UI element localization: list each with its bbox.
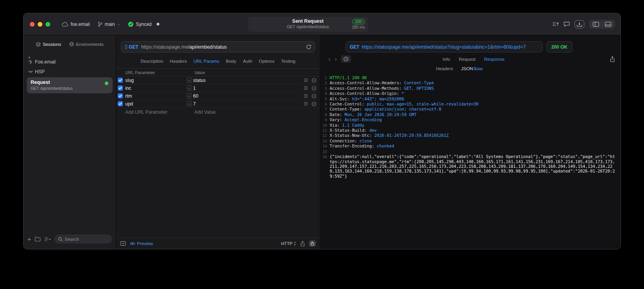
request-url[interactable]: https://statuspage.me/api/embed/status [141,44,227,50]
tree-item-hsp[interactable]: ❯ HSP [26,67,113,76]
chevron-down-icon[interactable]: ⌄ [117,22,120,26]
header-name: Via: [330,123,342,127]
method-selector[interactable]: GET [125,44,139,50]
add-request-button[interactable]: + [27,236,31,242]
project-name[interactable]: foe.email [71,22,90,27]
back-button[interactable]: ‹ [327,56,333,62]
minimize-window-button[interactable] [38,22,42,27]
remove-session-button[interactable]: – [28,60,31,63]
remove-param-icon[interactable] [312,86,316,91]
param-row-slug: slug=status [116,76,320,84]
header-value: close [359,138,372,143]
collapse-panel-icon[interactable] [120,241,126,246]
response-tab-request[interactable]: Request [459,57,476,62]
param-enabled-checkbox[interactable] [118,93,123,98]
param-key[interactable]: rtm [125,93,187,99]
line-content: X-Status-Build: dev [330,128,377,133]
param-key[interactable]: slug [125,78,187,83]
request-item-title: Request [31,80,109,85]
view-tab-raw[interactable]: Raw [474,66,483,71]
line-number: 5 [323,96,330,102]
param-key[interactable]: inc [125,85,187,91]
param-enabled-checkbox[interactable] [118,101,123,106]
request-url-bar[interactable]: GET https://statuspage.me/api/embed/stat… [121,41,315,53]
tab-environments[interactable]: Environments [69,42,104,47]
row-menu-icon[interactable] [304,102,308,105]
response-tab-response[interactable]: Response [484,57,505,62]
sync-status-label[interactable]: Synced [136,22,151,27]
search-input[interactable] [65,237,108,242]
param-value[interactable]: 60 [193,93,304,99]
sort-list-icon[interactable] [44,237,51,242]
line-content: Access-Control-Allow-Methods: GET, OPTIO… [330,86,434,91]
param-value[interactable]: status [193,78,304,83]
line-number: 13 [323,138,330,144]
request-tab-description[interactable]: Description [140,59,163,64]
response-url-row: GET https://statuspage.me/api/embed/stat… [345,41,573,53]
request-tab-headers[interactable]: Headers [170,59,187,64]
header-value: public, max-age=15, stale-while-revalida… [367,102,478,106]
response-body[interactable]: 1HTTP/1.1 200 OK2Access-Control-Allow-He… [320,75,620,249]
header-name: X-Status-Build: [330,128,369,133]
request-tab-url-params[interactable]: URL Params [193,59,219,64]
toggle-sidebar-icon[interactable] [593,22,599,27]
line-content: Transfer-Encoding: chunked [330,144,394,149]
line-number: 6 [323,102,330,107]
remove-param-icon[interactable] [312,94,316,98]
request-list-item[interactable]: Request GET /api/embed/status [27,77,113,93]
param-enabled-checkbox[interactable] [118,85,123,91]
param-row-inc: inc=1 [116,84,320,92]
toggle-bottom-panel-icon[interactable] [605,22,611,27]
remove-param-icon[interactable] [312,78,316,83]
lock-icon[interactable] [309,240,316,247]
new-folder-icon[interactable] [35,236,41,242]
forward-button[interactable]: › [333,56,339,62]
export-icon[interactable] [610,56,615,62]
search-field[interactable] [55,234,112,244]
row-menu-icon[interactable] [304,78,308,82]
request-tab-auth[interactable]: Auth [243,59,252,64]
url-host: https://statuspage.me [141,44,188,50]
preview-button[interactable]: </> Preview [130,241,153,246]
code-icon: </> [130,242,135,246]
view-tab-json[interactable]: JSON⌄ [461,66,466,71]
comment-icon[interactable] [564,22,570,27]
import-list-icon[interactable] [552,22,559,27]
header-name: Alt-Svc: [330,96,352,101]
remove-param-icon[interactable] [312,102,316,106]
params-header: URL Parameter Value [116,69,320,76]
add-param-row[interactable]: Add URL Parameter Add Value [116,108,320,116]
param-value[interactable]: 7 [193,101,304,107]
param-value[interactable]: 1 [193,85,304,91]
param-enabled-checkbox[interactable] [118,78,123,83]
sidebar-footer: + [24,234,116,249]
view-tab-headers[interactable]: Headers [436,66,453,71]
tree-item-foe-email[interactable]: ❯ Foe.email [26,57,113,67]
branch-name[interactable]: main [105,22,115,27]
close-window-button[interactable] [30,22,35,27]
response-tab-info[interactable]: Info [443,57,450,62]
request-tab-body[interactable]: Body [226,59,236,64]
tab-sessions[interactable]: Sessions [36,42,61,47]
line-content: Connection: close [330,138,372,144]
response-view-tabs: HeadersJSON⌄Raw [309,66,609,71]
add-value-placeholder[interactable]: Add Value [194,109,320,115]
request-duration: 280 ms [352,25,365,29]
protocol-selector[interactable]: HTTP [281,241,296,246]
row-menu-icon[interactable] [304,86,308,90]
param-key[interactable]: upd [125,101,187,107]
zoom-window-button[interactable] [46,22,50,27]
share-icon[interactable] [300,241,305,247]
tree-label: HSP [35,69,45,75]
history-icon[interactable] [341,55,351,63]
request-tab-testing[interactable]: Testing [281,59,295,64]
row-menu-icon[interactable] [304,94,308,98]
line-number: 8 [323,112,330,117]
request-summary-capsule[interactable]: Sent Request GET /api/embed/status 200 2… [248,17,368,32]
request-tab-options[interactable]: Options [259,59,275,64]
refresh-icon[interactable] [306,44,311,49]
add-url-parameter-placeholder[interactable]: Add URL Parameter [125,109,194,115]
download-tray-icon[interactable] [575,20,584,28]
url-text: https://statuspage.me/api/embed/status?s… [362,44,526,50]
sent-request-url[interactable]: GET https://statuspage.me/api/embed/stat… [345,41,543,53]
